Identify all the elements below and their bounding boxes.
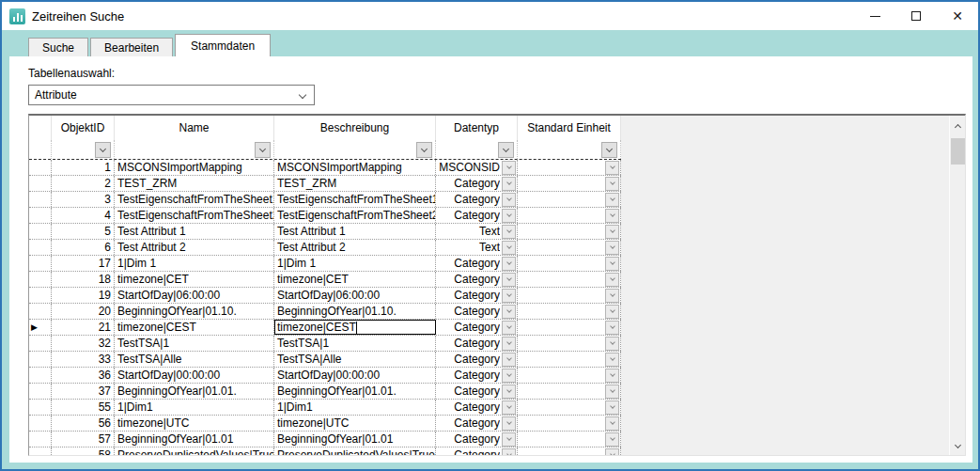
dropdown-button[interactable] bbox=[502, 193, 516, 207]
cell-standard-einheit[interactable] bbox=[518, 416, 621, 431]
cell-beschreibung-editor[interactable]: timezone|CEST bbox=[274, 320, 436, 335]
dropdown-button[interactable] bbox=[502, 241, 516, 255]
table-row[interactable]: 37BeginningOfYear|01.01.BeginningOfYear|… bbox=[29, 384, 621, 400]
cell-objektid[interactable]: 32 bbox=[52, 336, 115, 351]
filter-cell-name[interactable] bbox=[115, 140, 274, 159]
cell-objektid[interactable]: 4 bbox=[52, 208, 115, 223]
cell-objektid[interactable]: 19 bbox=[52, 288, 115, 303]
table-row[interactable]: 32TestTSA|1TestTSA|1Category bbox=[29, 336, 621, 352]
cell-name[interactable]: PreserveDuplicatedValues|True bbox=[115, 447, 274, 456]
cell-objektid[interactable]: 55 bbox=[52, 400, 115, 415]
cell-name[interactable]: MSCONSImportMapping bbox=[115, 160, 274, 175]
dropdown-button[interactable] bbox=[605, 385, 619, 399]
cell-beschreibung[interactable]: Test Attribut 1 bbox=[274, 224, 436, 239]
cell-beschreibung[interactable]: MSCONSImportMapping bbox=[274, 160, 436, 175]
scroll-down-button[interactable] bbox=[950, 438, 966, 454]
cell-objektid[interactable]: 56 bbox=[52, 416, 115, 431]
table-row[interactable]: 6Test Attribut 2Test Attribut 2Text bbox=[29, 240, 621, 256]
dropdown-button[interactable] bbox=[502, 177, 516, 191]
dropdown-button[interactable] bbox=[255, 142, 271, 158]
dropdown-button[interactable] bbox=[502, 337, 516, 351]
cell-datentyp[interactable]: Category bbox=[436, 336, 518, 351]
dropdown-button[interactable] bbox=[502, 385, 516, 399]
close-button[interactable]: ✕ bbox=[937, 2, 978, 30]
cell-beschreibung[interactable]: TEST_ZRM bbox=[274, 176, 436, 191]
cell-beschreibung[interactable]: BeginningOfYear|01.01 bbox=[274, 432, 436, 447]
column-header-objektid[interactable]: ObjektID bbox=[52, 116, 115, 140]
cell-beschreibung[interactable]: Test Attribut 2 bbox=[274, 240, 436, 255]
cell-datentyp[interactable]: Category bbox=[436, 304, 518, 319]
cell-datentyp[interactable]: Category bbox=[436, 416, 518, 431]
dropdown-button[interactable] bbox=[605, 289, 619, 303]
cell-beschreibung[interactable]: TestTSA|1 bbox=[274, 336, 436, 351]
cell-standard-einheit[interactable] bbox=[518, 208, 621, 223]
cell-datentyp[interactable]: Category bbox=[436, 400, 518, 415]
table-row[interactable]: 36StartOfDay|00:00:00StartOfDay|00:00:00… bbox=[29, 368, 621, 384]
dropdown-button[interactable] bbox=[605, 273, 619, 287]
cell-datentyp[interactable]: Category bbox=[436, 447, 518, 456]
dropdown-button[interactable] bbox=[502, 273, 516, 287]
cell-objektid[interactable]: 5 bbox=[52, 224, 115, 239]
cell-name[interactable]: Test Attribut 1 bbox=[115, 224, 274, 239]
filter-cell-beschreibung[interactable] bbox=[274, 140, 436, 159]
row-header[interactable] bbox=[29, 304, 52, 319]
dropdown-button[interactable] bbox=[605, 241, 619, 255]
row-header[interactable] bbox=[29, 256, 52, 271]
column-header-datentyp[interactable]: Datentyp bbox=[436, 116, 518, 140]
cell-beschreibung[interactable]: PreserveDuplicatedValues|True bbox=[274, 447, 436, 456]
dropdown-button[interactable] bbox=[605, 353, 619, 367]
cell-standard-einheit[interactable] bbox=[518, 240, 621, 255]
cell-beschreibung[interactable]: BeginningOfYear|01.10. bbox=[274, 304, 436, 319]
row-header[interactable] bbox=[29, 368, 52, 383]
row-header[interactable] bbox=[29, 384, 52, 399]
minimize-button[interactable] bbox=[854, 2, 895, 30]
cell-name[interactable]: 1|Dim1 bbox=[115, 400, 274, 415]
dropdown-button[interactable] bbox=[502, 448, 516, 457]
cell-datentyp[interactable]: Text bbox=[436, 224, 518, 239]
cell-beschreibung[interactable]: 1|Dim1 bbox=[274, 400, 436, 415]
cell-standard-einheit[interactable] bbox=[518, 176, 621, 191]
row-header[interactable] bbox=[29, 240, 52, 255]
cell-name[interactable]: timezone|UTC bbox=[115, 416, 274, 431]
table-row[interactable]: 3TestEigenschaftFromTheSheet1TestEigensc… bbox=[29, 192, 621, 208]
cell-standard-einheit[interactable] bbox=[518, 192, 621, 207]
cell-beschreibung[interactable]: StartOfDay|06:00:00 bbox=[274, 288, 436, 303]
cell-standard-einheit[interactable] bbox=[518, 352, 621, 367]
dropdown-button[interactable] bbox=[605, 400, 619, 415]
dropdown-button[interactable] bbox=[601, 142, 617, 158]
table-row[interactable]: 19StartOfDay|06:00:00StartOfDay|06:00:00… bbox=[29, 288, 621, 304]
dropdown-button[interactable] bbox=[605, 193, 619, 207]
column-header-beschreibung[interactable]: Beschreibung bbox=[274, 116, 436, 140]
cell-beschreibung[interactable]: timezone|CET bbox=[274, 272, 436, 287]
table-row[interactable]: ▶21timezone|CESTtimezone|CESTCategory bbox=[29, 320, 621, 336]
tabellenauswahl-combobox[interactable]: Attribute bbox=[28, 85, 315, 105]
cell-datentyp[interactable]: MSCONSID bbox=[436, 160, 518, 175]
filter-cell-datentyp[interactable] bbox=[436, 140, 518, 159]
cell-name[interactable]: TEST_ZRM bbox=[115, 176, 274, 191]
cell-beschreibung[interactable]: TestEigenschaftFromTheSheet1 bbox=[274, 192, 436, 207]
vertical-scrollbar[interactable] bbox=[949, 116, 965, 456]
table-row[interactable]: 171|Dim 11|Dim 1Category bbox=[29, 256, 621, 272]
cell-datentyp[interactable]: Category bbox=[436, 272, 518, 287]
column-header-einheit[interactable]: Standard Einheit bbox=[518, 116, 621, 140]
dropdown-button[interactable] bbox=[605, 337, 619, 351]
cell-name[interactable]: BeginningOfYear|01.01 bbox=[115, 432, 274, 447]
row-header[interactable] bbox=[29, 432, 52, 447]
table-row[interactable]: 1MSCONSImportMappingMSCONSImportMappingM… bbox=[29, 160, 621, 176]
cell-datentyp[interactable]: Category bbox=[436, 368, 518, 383]
row-header[interactable] bbox=[29, 416, 52, 431]
dropdown-button[interactable] bbox=[502, 321, 516, 335]
cell-standard-einheit[interactable] bbox=[518, 224, 621, 239]
cell-objektid[interactable]: 18 bbox=[52, 272, 115, 287]
row-header[interactable] bbox=[29, 192, 52, 207]
cell-name[interactable]: timezone|CET bbox=[115, 272, 274, 287]
cell-objektid[interactable]: 58 bbox=[52, 447, 115, 456]
cell-name[interactable]: TestTSA|Alle bbox=[115, 352, 274, 367]
table-row[interactable]: 2TEST_ZRMTEST_ZRMCategory bbox=[29, 176, 621, 192]
cell-beschreibung[interactable]: 1|Dim 1 bbox=[274, 256, 436, 271]
dropdown-button[interactable] bbox=[502, 225, 516, 239]
cell-name[interactable]: StartOfDay|06:00:00 bbox=[115, 288, 274, 303]
cell-datentyp[interactable]: Category bbox=[436, 208, 518, 223]
tab-bearbeiten[interactable]: Bearbeiten bbox=[90, 38, 173, 56]
dropdown-button[interactable] bbox=[502, 161, 516, 175]
